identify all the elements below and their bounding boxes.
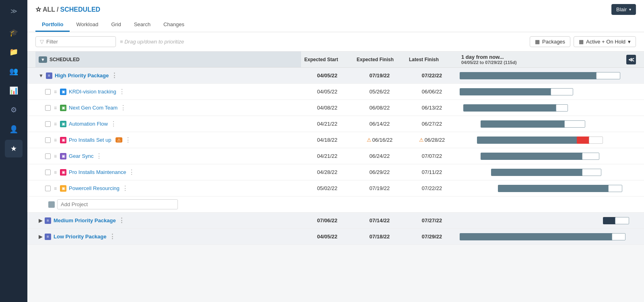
table-row: ▶ ≡ Low Priority Package ⋮ 04/05/22 07/1…: [27, 229, 644, 245]
package-name-cell: ▶ ≡ Low Priority Package ⋮: [35, 230, 301, 243]
pkg-expected-finish: 07/18/22: [353, 231, 406, 242]
breadcrumb-current: SCHEDULED: [60, 6, 101, 13]
star-icon[interactable]: ☆: [35, 6, 41, 13]
project-name-link[interactable]: Pro Installs Maintenance: [69, 169, 126, 175]
row-menu-icon[interactable]: ⋮: [111, 72, 118, 79]
package-name[interactable]: Low Priority Package: [54, 234, 107, 240]
expand-icon[interactable]: ▼: [39, 73, 43, 79]
tab-search[interactable]: Search: [128, 18, 157, 32]
th-latest-finish-label: Latest Finish: [409, 57, 439, 62]
sidebar-item-settings[interactable]: ⚙: [5, 101, 23, 119]
row-menu-icon[interactable]: ⋮: [120, 104, 126, 112]
project-name-link[interactable]: Gear Sync: [69, 153, 93, 159]
project-icon: ▣: [60, 121, 66, 127]
filter-input-wrap[interactable]: ▽: [35, 36, 116, 47]
breadcrumb-all[interactable]: ALL: [43, 6, 55, 13]
gantt-bar-container: [460, 120, 634, 128]
drag-handle-icon[interactable]: ≡: [54, 186, 57, 191]
project-expected-start: 04/05/22: [301, 86, 353, 97]
row-menu-icon[interactable]: ⋮: [128, 168, 135, 176]
tab-grid[interactable]: Grid: [105, 18, 128, 32]
pkg-expected-start: 04/05/22: [301, 70, 353, 81]
row-checkbox[interactable]: [45, 105, 51, 111]
sidebar-item-chart[interactable]: 📊: [5, 82, 23, 99]
row-checkbox[interactable]: [45, 121, 51, 127]
table-row: ≡ ▣ Gear Sync ⋮ 04/21/22 06/24/22 07/07/…: [27, 148, 644, 164]
row-checkbox[interactable]: [45, 89, 51, 95]
toolbar: ▽ ≡ Drag up/down to prioritize ▦ Package…: [27, 32, 644, 52]
tab-workload[interactable]: Workload: [70, 18, 105, 32]
project-gantt-bar: [458, 134, 636, 146]
project-expected-start: 04/08/22: [301, 102, 353, 113]
row-menu-icon[interactable]: ⋮: [119, 88, 125, 95]
project-icon: ▣: [60, 137, 66, 143]
gantt-bar-container: [460, 72, 634, 79]
project-expected-finish: 06/08/22: [353, 102, 406, 113]
drag-handle-icon[interactable]: ≡: [54, 89, 57, 95]
pkg-gantt-bar: [458, 231, 636, 243]
sidebar-item-star[interactable]: ★: [5, 140, 23, 157]
header: ☆ ALL / SCHEDULED Blair ▾ Portfolio Work…: [27, 0, 644, 32]
add-project-input[interactable]: [57, 199, 178, 209]
project-expected-finish: ⚠06/16/22: [353, 134, 406, 145]
row-menu-icon[interactable]: ⋮: [122, 184, 128, 192]
row-menu-icon[interactable]: ⋮: [125, 136, 131, 144]
drag-handle-icon[interactable]: ≡: [54, 137, 57, 143]
project-icon: ▣: [60, 89, 66, 95]
project-icon: ▣: [60, 185, 66, 192]
row-menu-icon[interactable]: ⋮: [96, 152, 102, 160]
row-checkbox[interactable]: [45, 137, 51, 143]
sidebar-item-folder[interactable]: 📁: [5, 43, 23, 61]
project-latest-finish: 07/11/22: [406, 167, 458, 178]
sidebar-toggle-btn[interactable]: ≫: [0, 4, 27, 18]
project-name-cell: ≡ ▣ Pro Installs Set up ⚠ ⋮: [35, 134, 301, 146]
project-name-link[interactable]: KRDI-vision tracking: [69, 89, 116, 95]
status-filter-button[interactable]: ▦ Active + On Hold ▾: [574, 36, 636, 47]
package-name[interactable]: Medium Priority Package: [54, 217, 116, 223]
project-name-link[interactable]: Automation Flow: [69, 121, 108, 127]
row-menu-icon[interactable]: ⋮: [109, 233, 116, 240]
th-expected-finish-label: Expected Finish: [357, 57, 394, 62]
gantt-collapse-btn[interactable]: ≪: [626, 55, 636, 64]
table-row: ≡ ▣ KRDI-vision tracking ⋮ 04/05/22 05/2…: [27, 84, 644, 100]
drag-handle-icon[interactable]: ≡: [54, 105, 57, 111]
th-expected-start-label: Expected Start: [304, 57, 338, 62]
project-name-link[interactable]: Powercell Resourcing: [69, 185, 120, 191]
drag-handle-icon[interactable]: ≡: [54, 121, 57, 127]
th-latest-finish: Latest Finish: [406, 52, 458, 67]
collapse-icon[interactable]: ▼: [39, 56, 47, 63]
gantt-bar-container: [460, 104, 634, 112]
project-expected-finish: 07/19/22: [353, 183, 406, 194]
status-label: Active + On Hold: [586, 39, 625, 45]
packages-button[interactable]: ▦ Packages: [530, 36, 570, 47]
sidebar-item-people[interactable]: 👥: [5, 62, 23, 80]
add-project-dates2: [363, 202, 415, 207]
project-latest-finish: 07/07/22: [406, 151, 458, 161]
filter-input[interactable]: [46, 39, 107, 45]
project-name-link[interactable]: Pro Installs Set up: [69, 137, 111, 143]
expand-icon[interactable]: ▶: [39, 218, 42, 223]
drag-handle-icon[interactable]: ≡: [54, 170, 57, 175]
gantt-bar-container: [460, 217, 634, 224]
table-area: ▼ SCHEDULED Expected Start Expected Fini…: [27, 52, 644, 302]
expand-icon[interactable]: ▶: [39, 234, 42, 240]
package-name[interactable]: High Priority Package: [55, 72, 109, 79]
tab-portfolio[interactable]: Portfolio: [35, 18, 70, 32]
status-chevron-icon: ▾: [628, 39, 631, 45]
row-menu-icon[interactable]: ⋮: [118, 217, 125, 224]
row-menu-icon[interactable]: ⋮: [110, 120, 117, 128]
tab-changes[interactable]: Changes: [157, 18, 191, 32]
row-checkbox[interactable]: [45, 153, 51, 159]
project-expected-start: 04/28/22: [301, 167, 353, 178]
project-name-cell: ≡ ▣ Next Gen Com Team ⋮: [35, 101, 301, 114]
row-checkbox[interactable]: [45, 170, 51, 175]
project-name-link[interactable]: Next Gen Com Team: [69, 105, 118, 111]
user-menu-button[interactable]: Blair ▾: [611, 4, 636, 15]
row-checkbox[interactable]: [45, 186, 51, 191]
package-icon: ≡: [45, 234, 51, 240]
project-gantt-bar: [458, 102, 636, 114]
sidebar-item-user[interactable]: 👤: [5, 120, 23, 138]
th-gantt: 1 day from now... 04/05/22 to 07/29/22 (…: [458, 52, 636, 67]
sidebar-item-learn[interactable]: 🎓: [5, 24, 23, 41]
drag-handle-icon[interactable]: ≡: [54, 153, 57, 159]
